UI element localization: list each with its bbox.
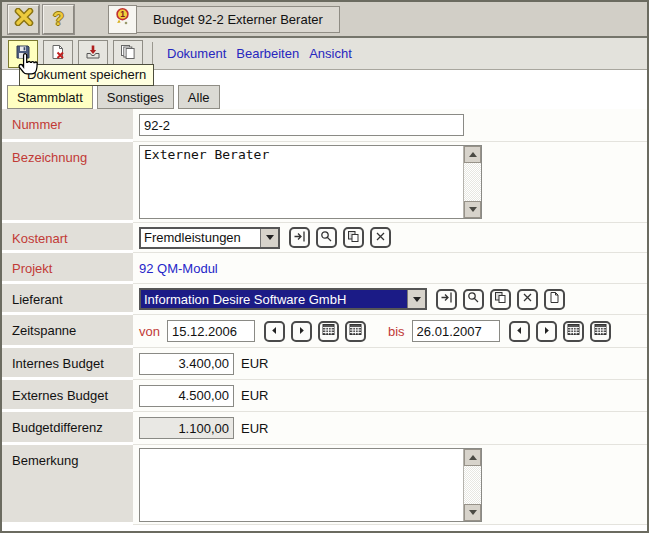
arrow-left-icon — [514, 322, 525, 340]
calendar-icon — [567, 322, 580, 340]
bis-next-button[interactable] — [536, 321, 557, 342]
bezeichnung-textarea[interactable]: Externer Berater — [139, 145, 482, 219]
bezeichnung-label: Bezeichnung — [2, 142, 133, 223]
close-icon — [14, 8, 34, 30]
lieferant-select[interactable]: Information Desire Software GmbH — [139, 288, 427, 310]
toolbar-separator — [152, 42, 153, 66]
document-title-group: 1 Budget 92-2 Externer Berater — [108, 5, 340, 34]
internes-budget-currency: EUR — [241, 356, 268, 371]
kostenart-value: Fremdleistungen — [141, 229, 260, 247]
externes-budget-label: Externes Budget — [2, 380, 133, 412]
arrow-down-icon — [469, 207, 477, 212]
kostenart-clear-button[interactable] — [370, 227, 391, 248]
copy-pages-icon — [120, 44, 137, 64]
floppy-disk-icon — [15, 44, 31, 64]
kostenart-search-button[interactable] — [316, 227, 337, 248]
lieferant-label: Lieferant — [2, 284, 133, 315]
chevron-down-icon — [266, 235, 274, 240]
paste-pages-icon — [347, 229, 360, 247]
kostenart-paste-button[interactable] — [343, 227, 364, 248]
row-lieferant: Lieferant Information Desire Software Gm… — [2, 284, 647, 315]
internes-budget-label: Internes Budget — [2, 348, 133, 380]
nummer-label: Nummer — [2, 109, 133, 142]
tab-stammblatt[interactable]: Stammblatt — [7, 85, 93, 109]
von-next-button[interactable] — [291, 321, 312, 342]
scroll-up-button[interactable] — [464, 449, 481, 466]
bezeichnung-text[interactable]: Externer Berater — [140, 146, 463, 218]
lieferant-dropdown-button[interactable] — [407, 290, 425, 308]
arrow-up-icon — [469, 455, 477, 460]
row-externes-budget: Externes Budget EUR — [2, 380, 647, 412]
clear-x-icon — [521, 290, 534, 308]
title-bar: ? 1 Budget 92-2 Externer Berater — [2, 2, 647, 38]
tab-alle[interactable]: Alle — [178, 85, 220, 109]
calendar-icon — [322, 322, 335, 340]
von-calendar-button[interactable] — [318, 321, 339, 342]
arrow-down-icon — [469, 510, 477, 515]
arrow-up-icon — [469, 152, 477, 157]
row-bemerkung: Bemerkung — [2, 445, 647, 525]
tray-arrow-down-icon — [85, 44, 101, 64]
tab-sonstiges[interactable]: Sonstiges — [97, 85, 174, 109]
bis-prev-button[interactable] — [509, 321, 530, 342]
goto-icon — [293, 229, 306, 247]
chevron-down-icon — [413, 297, 421, 302]
von-calendar2-button[interactable] — [345, 321, 366, 342]
calendar-icon — [594, 322, 607, 340]
help-icon: ? — [53, 10, 64, 28]
lieferant-paste-button[interactable] — [490, 289, 511, 310]
search-icon — [320, 229, 333, 247]
lieferant-goto-button[interactable] — [436, 289, 457, 310]
document-delete-icon — [50, 44, 66, 64]
bemerkung-text[interactable] — [140, 449, 463, 521]
bemerkung-scrollbar[interactable] — [463, 449, 481, 521]
bis-date-input[interactable] — [412, 320, 500, 342]
bezeichnung-scrollbar[interactable] — [463, 146, 481, 218]
kostenart-dropdown-button[interactable] — [260, 229, 278, 247]
bis-label: bis — [388, 324, 405, 339]
help-button[interactable]: ? — [43, 5, 74, 34]
row-bezeichnung: Bezeichnung Externer Berater — [2, 142, 647, 223]
close-button[interactable] — [8, 5, 39, 34]
budgetdifferenz-label: Budgetdifferenz — [2, 412, 133, 445]
budgetdifferenz-input — [139, 417, 234, 439]
bemerkung-textarea[interactable] — [139, 448, 482, 522]
scroll-down-button[interactable] — [464, 201, 481, 218]
svg-text:1: 1 — [120, 9, 125, 19]
arrow-right-icon — [541, 322, 552, 340]
lieferant-clear-button[interactable] — [517, 289, 538, 310]
nummer-input[interactable] — [139, 114, 464, 136]
internes-budget-input[interactable] — [139, 353, 234, 375]
save-tooltip: Dokument speichern — [19, 64, 154, 86]
von-date-input[interactable] — [167, 320, 255, 342]
menu-ansicht[interactable]: Ansicht — [304, 46, 357, 61]
row-kostenart: Kostenart Fremdleistungen — [2, 223, 647, 253]
bis-calendar-button[interactable] — [563, 321, 584, 342]
kostenart-select[interactable]: Fremdleistungen — [139, 227, 280, 249]
arrow-right-icon — [296, 322, 307, 340]
row-budgetdifferenz: Budgetdifferenz EUR — [2, 412, 647, 445]
calendar-icon — [349, 322, 362, 340]
bemerkung-label: Bemerkung — [2, 445, 133, 525]
lieferant-search-button[interactable] — [463, 289, 484, 310]
document-badge-button[interactable]: 1 — [108, 5, 137, 34]
new-document-icon — [548, 290, 561, 308]
medal-icon: 1 — [113, 7, 132, 32]
scroll-down-button[interactable] — [464, 504, 481, 521]
bis-calendar2-button[interactable] — [590, 321, 611, 342]
paste-pages-icon — [494, 290, 507, 308]
kostenart-goto-button[interactable] — [289, 227, 310, 248]
scroll-up-button[interactable] — [464, 146, 481, 163]
arrow-left-icon — [269, 322, 280, 340]
budget-form: Nummer Bezeichnung Externer Berater Kost… — [2, 109, 647, 525]
search-icon — [467, 290, 480, 308]
zeitspanne-label: Zeitspanne — [2, 315, 133, 348]
lieferant-new-button[interactable] — [544, 289, 565, 310]
menu-dokument[interactable]: Dokument — [162, 46, 231, 61]
von-prev-button[interactable] — [264, 321, 285, 342]
projekt-link[interactable]: 92 QM-Modul — [139, 261, 218, 276]
externes-budget-input[interactable] — [139, 385, 234, 407]
window-title: Budget 92-2 Externer Berater — [137, 6, 340, 33]
row-projekt: Projekt 92 QM-Modul — [2, 253, 647, 284]
menu-bearbeiten[interactable]: Bearbeiten — [231, 46, 304, 61]
